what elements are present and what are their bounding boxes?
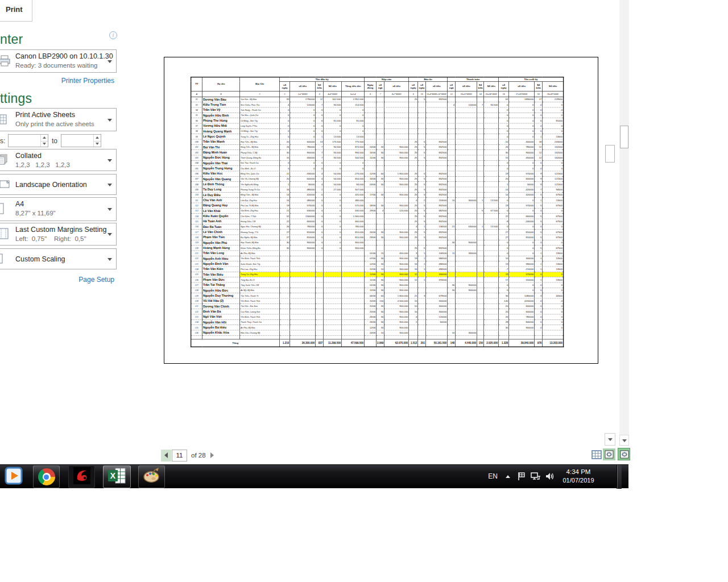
table-cell: 67500 (543, 219, 564, 224)
table-cell: 54.000 (324, 176, 342, 181)
table-cell: 0 (280, 128, 290, 134)
scaling-icon (0, 252, 14, 266)
pages-to-spinner[interactable] (61, 134, 101, 147)
table-cell: 0 (324, 219, 342, 224)
printer-icon (0, 55, 14, 68)
table-cell: 26 (280, 144, 290, 149)
previous-page-button[interactable] (161, 450, 171, 462)
table-cell: 0 (509, 251, 535, 256)
taskbar-garena-button[interactable] (68, 465, 95, 488)
pages-from-spinner[interactable] (8, 134, 48, 147)
table-cell: 0 (543, 319, 564, 325)
spinner-down-icon[interactable] (94, 141, 101, 147)
spinner-up-icon[interactable] (94, 135, 101, 141)
table-cell (484, 256, 499, 261)
inner-scrollbar-down-button[interactable] (605, 433, 615, 446)
table-cell: 4 (316, 182, 324, 187)
table-cell: 0 (280, 118, 290, 123)
table-cell (477, 182, 484, 187)
language-indicator[interactable]: EN (488, 472, 498, 480)
volume-icon[interactable] (545, 472, 555, 483)
table-cell: Tân Triều- Thanh Trì (240, 293, 280, 298)
outer-scrollbar-thumb[interactable] (620, 126, 628, 148)
table-cell: 84.000 (342, 182, 365, 187)
table-cell: 03/06 (365, 182, 377, 187)
current-page-input[interactable]: 11 (172, 450, 187, 462)
table-cell: 93 (191, 102, 202, 107)
table-cell: 30 (377, 288, 384, 293)
table-cell: 123 (191, 261, 202, 267)
printer-properties-link[interactable]: Printer Properties (61, 77, 114, 85)
taskbar-excel-button[interactable]: X (103, 465, 131, 488)
table-cell (377, 139, 384, 144)
table-cell: 150 (377, 298, 384, 304)
table-cell: 15 (280, 155, 290, 160)
table-cell: 0 (316, 166, 324, 171)
table-cell: -8 (499, 219, 509, 224)
column-header: số tiền (456, 82, 477, 92)
table-cell (484, 282, 499, 288)
table-cell: 13500 (543, 251, 564, 256)
action-center-flag-icon[interactable] (517, 472, 526, 483)
margins-dropdown[interactable]: Last Custom Margins Setting Left: 0,75" … (0, 223, 117, 246)
table-cell: 30 (377, 235, 384, 240)
table-cell (426, 113, 448, 118)
taskbar-paint-button[interactable] (138, 465, 165, 488)
table-cell: 120 (191, 246, 202, 251)
table-cell (456, 182, 477, 187)
print-what-dropdown[interactable]: Print Active Sheets Only print the activ… (0, 108, 117, 131)
table-cell (484, 298, 499, 304)
show-desktop-button[interactable] (617, 465, 622, 489)
info-icon[interactable] (109, 31, 117, 39)
table-cell: 16/06 (365, 176, 377, 181)
table-cell (418, 330, 426, 335)
table-cell: 0 (509, 282, 535, 288)
tray-expand-icon[interactable] (506, 475, 510, 478)
settings-heading: ttings (0, 91, 32, 106)
table-cell: 0 (543, 113, 564, 118)
table-cell (418, 282, 426, 288)
table-cell: 900.000 (384, 325, 409, 330)
scaling-dropdown[interactable]: Custom Scaling (0, 248, 117, 269)
next-page-button[interactable] (208, 450, 216, 462)
column-header: số tiền (384, 82, 409, 92)
collation-dropdown[interactable]: Collated 1,2,3 1,2,3 1,2,3 (0, 149, 117, 171)
table-cell (484, 314, 499, 319)
table-cell: 832500 (426, 230, 448, 235)
orientation-dropdown[interactable]: Landscape Orientation (0, 174, 117, 195)
table-cell (365, 339, 377, 347)
table-cell (290, 256, 316, 261)
table-cell: 13.500 (324, 134, 342, 139)
printer-select[interactable]: Canon LBP2900 on 10.10.1.30 Ready: 3 doc… (0, 49, 117, 73)
spinner-up-icon[interactable] (41, 135, 48, 141)
table-cell (426, 288, 448, 293)
inner-scrollbar-thumb[interactable] (605, 145, 615, 163)
outer-scrollbar-track[interactable] (619, 0, 629, 446)
table-cell (484, 155, 499, 160)
table-cell (418, 118, 426, 123)
table-cell: -300000 (509, 139, 535, 144)
table-cell: 27 (499, 230, 509, 235)
taskbar-clock[interactable]: 4:34 PM 01/07/2019 (558, 468, 599, 484)
table-cell: 108 (191, 182, 202, 187)
table-cell (365, 113, 377, 118)
chevron-down-icon (107, 233, 112, 236)
backstage-print-tab[interactable]: Print (0, 0, 32, 22)
show-margins-button[interactable] (592, 450, 602, 459)
table-cell: 900.000 (384, 261, 409, 267)
zoom-to-page-button-active[interactable] (618, 448, 630, 460)
table-cell (290, 272, 316, 277)
page-setup-link[interactable]: Page Setup (78, 276, 114, 284)
outer-scrollbar-down-button[interactable] (619, 435, 629, 446)
table-cell: Nguyễn Văn Hồi (202, 319, 240, 325)
table-cell: 0 (543, 282, 564, 288)
spinner-down-icon[interactable] (41, 141, 48, 147)
table-cell: 810000 (509, 230, 535, 235)
paper-size-dropdown[interactable]: A4 8,27" x 11,69" (0, 197, 117, 221)
zoom-to-page-button[interactable] (603, 448, 615, 460)
network-icon[interactable] (531, 472, 541, 483)
pages-label: s: (0, 137, 5, 145)
taskbar-media-player-button[interactable] (2, 465, 26, 488)
taskbar-chrome-button[interactable] (33, 465, 60, 488)
formula-cell: A (191, 91, 202, 97)
